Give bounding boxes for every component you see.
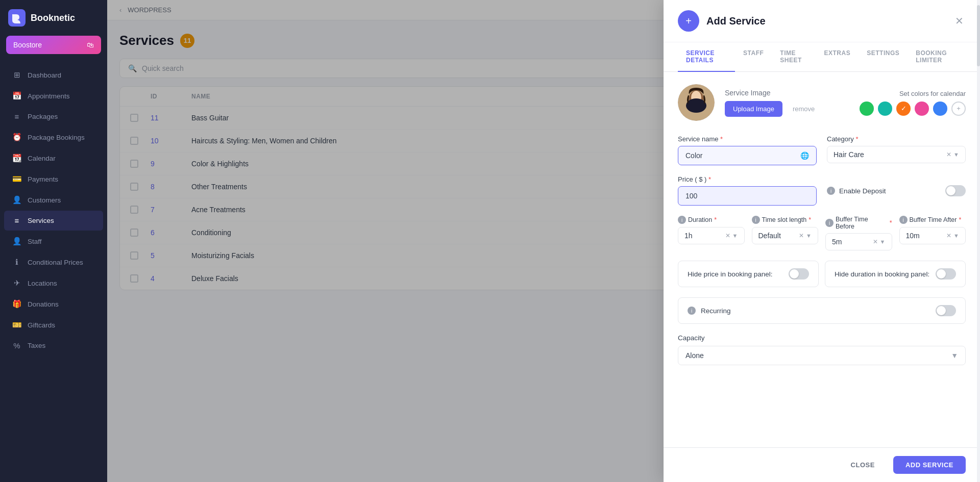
buffer-before-select[interactable]: 5m ✕ ▼: [825, 233, 892, 250]
sidebar-item-giftcards[interactable]: 🎫 Giftcards: [4, 315, 103, 335]
payments-icon: 💳: [12, 174, 21, 184]
sidebar-item-label: Staff: [28, 238, 42, 245]
sidebar-item-services[interactable]: ≡ Services: [4, 211, 103, 231]
sidebar-item-dashboard[interactable]: ⊞ Dashboard: [4, 65, 103, 85]
hide-price-toggle-row: Hide price in booking panel:: [678, 261, 819, 287]
buffer-before-value: 5m: [832, 238, 873, 246]
conditional-prices-icon: ℹ: [12, 258, 21, 267]
tab-time-sheet[interactable]: TIME SHEET: [772, 42, 816, 72]
sidebar-item-appointments[interactable]: 📅 Appointments: [4, 86, 103, 106]
buffer-before-clear-icon[interactable]: ✕: [873, 238, 878, 245]
price-group: Price ( $ ) *: [678, 175, 817, 206]
hide-toggles-grid: Hide price in booking panel: Hide durati…: [678, 261, 966, 287]
modal-close-button[interactable]: ✕: [953, 13, 966, 29]
logo-icon: [8, 9, 26, 27]
modal-title-area: + Add Service: [678, 10, 766, 32]
sidebar-item-calendar[interactable]: 📆 Calendar: [4, 148, 103, 168]
sidebar-nav: ⊞ Dashboard 📅 Appointments ≡ Packages ⏰ …: [0, 62, 107, 482]
enable-deposit-label: Enable Deposit: [839, 187, 886, 195]
svg-point-4: [686, 98, 706, 113]
buffer-after-chevron-icon[interactable]: ▼: [953, 233, 959, 239]
color-blue[interactable]: [933, 102, 947, 116]
modal-footer: CLOSE ADD SERVICE: [664, 447, 980, 482]
store-selector[interactable]: Boostore 🛍: [6, 36, 101, 54]
colors-label: Set colors for calendar: [860, 90, 966, 97]
price-label: Price ( $ ) *: [678, 175, 817, 183]
modal-header: + Add Service ✕: [664, 0, 980, 42]
service-name-input[interactable]: Color 🌐: [678, 146, 817, 165]
remove-image-link[interactable]: remove: [793, 105, 815, 113]
sidebar-item-packages[interactable]: ≡ Packages: [4, 107, 103, 126]
color-set-area: Set colors for calendar ✓ +: [860, 90, 966, 116]
buffer-after-info-icon: i: [899, 216, 908, 224]
time-slot-clear-icon[interactable]: ✕: [799, 232, 804, 239]
category-value: Hair Care: [834, 150, 946, 159]
sidebar-item-package-bookings[interactable]: ⏰ Package Bookings: [4, 127, 103, 147]
color-teal[interactable]: [878, 102, 892, 116]
add-service-button[interactable]: ADD SERVICE: [893, 456, 966, 474]
recurring-row: i Recurring: [678, 297, 966, 324]
duration-clear-icon[interactable]: ✕: [725, 232, 730, 239]
modal-tabs: SERVICE DETAILS STAFF TIME SHEET EXTRAS …: [664, 42, 980, 72]
upload-image-button[interactable]: Upload Image: [725, 101, 782, 117]
duration-group: i Duration * 1h ✕ ▼: [678, 216, 745, 250]
service-image-section: Service Image Upload Image remove Set co…: [678, 84, 966, 121]
buffer-before-chevron-icon[interactable]: ▼: [880, 239, 886, 245]
sidebar-item-conditional-prices[interactable]: ℹ Conditional Prices: [4, 252, 103, 272]
recurring-toggle[interactable]: [936, 305, 956, 316]
price-input[interactable]: [678, 186, 817, 206]
buffer-before-info-icon: i: [825, 219, 834, 227]
sidebar-item-locations[interactable]: ✈ Locations: [4, 273, 103, 293]
color-pink[interactable]: [915, 102, 929, 116]
scrollbar-thumb[interactable]: [977, 5, 980, 66]
capacity-select[interactable]: Alone ▼: [678, 346, 966, 365]
sidebar-item-taxes[interactable]: % Taxes: [4, 336, 103, 356]
color-green[interactable]: [860, 102, 874, 116]
buffer-after-clear-icon[interactable]: ✕: [946, 232, 951, 239]
tab-booking-limiter[interactable]: BOOKING LIMITER: [908, 42, 966, 72]
capacity-value: Alone: [685, 351, 704, 360]
color-orange[interactable]: ✓: [896, 102, 911, 116]
duration-select[interactable]: 1h ✕ ▼: [678, 227, 745, 244]
giftcards-icon: 🎫: [12, 320, 21, 329]
hide-price-toggle[interactable]: [789, 268, 809, 280]
category-chevron-icon[interactable]: ▼: [953, 151, 959, 158]
time-slot-chevron-icon[interactable]: ▼: [806, 233, 812, 239]
buffer-before-label: i Buffer Time Before *: [825, 216, 892, 230]
sidebar-item-customers[interactable]: 👤 Customers: [4, 190, 103, 210]
tab-extras[interactable]: EXTRAS: [816, 42, 859, 72]
duration-row: i Duration * 1h ✕ ▼ i Time slot length *: [678, 216, 966, 250]
time-slot-info-icon: i: [752, 216, 760, 224]
scrollbar-track: [977, 0, 980, 482]
tab-staff[interactable]: STAFF: [735, 42, 772, 72]
enable-deposit-toggle[interactable]: [945, 185, 966, 196]
locations-icon: ✈: [12, 278, 21, 288]
close-button[interactable]: CLOSE: [839, 456, 887, 474]
buffer-after-group: i Buffer Time After * 10m ✕ ▼: [899, 216, 966, 250]
sidebar-item-label: Donations: [28, 300, 59, 308]
hide-duration-toggle[interactable]: [936, 268, 956, 280]
buffer-after-select[interactable]: 10m ✕ ▼: [899, 227, 966, 244]
sidebar-item-label: Taxes: [28, 342, 45, 349]
tab-service-details[interactable]: SERVICE DETAILS: [678, 42, 735, 72]
duration-chevron-icon[interactable]: ▼: [732, 233, 738, 239]
hide-price-label: Hide price in booking panel:: [688, 270, 773, 278]
category-clear-icon[interactable]: ✕: [946, 151, 951, 158]
app-name: Booknetic: [31, 13, 75, 23]
sidebar-item-label: Locations: [28, 280, 57, 287]
time-slot-select[interactable]: Default ✕ ▼: [752, 227, 819, 244]
enable-deposit-group: i Enable Deposit: [827, 175, 966, 206]
price-deposit-row: Price ( $ ) * i Enable Deposit: [678, 175, 966, 206]
sidebar-item-payments[interactable]: 💳 Payments: [4, 169, 103, 189]
sidebar-item-staff[interactable]: 👤 Staff: [4, 231, 103, 251]
category-select[interactable]: Hair Care ✕ ▼: [827, 146, 966, 163]
color-add[interactable]: +: [951, 102, 966, 116]
duration-label: i Duration *: [678, 216, 745, 224]
time-slot-value: Default: [758, 232, 799, 240]
service-avatar: [678, 84, 715, 121]
modal-add-icon: +: [678, 10, 699, 32]
buffer-after-label: i Buffer Time After *: [899, 216, 966, 224]
tab-settings[interactable]: SETTINGS: [859, 42, 908, 72]
sidebar-item-donations[interactable]: 🎁 Donations: [4, 294, 103, 314]
appointments-icon: 📅: [12, 91, 21, 100]
